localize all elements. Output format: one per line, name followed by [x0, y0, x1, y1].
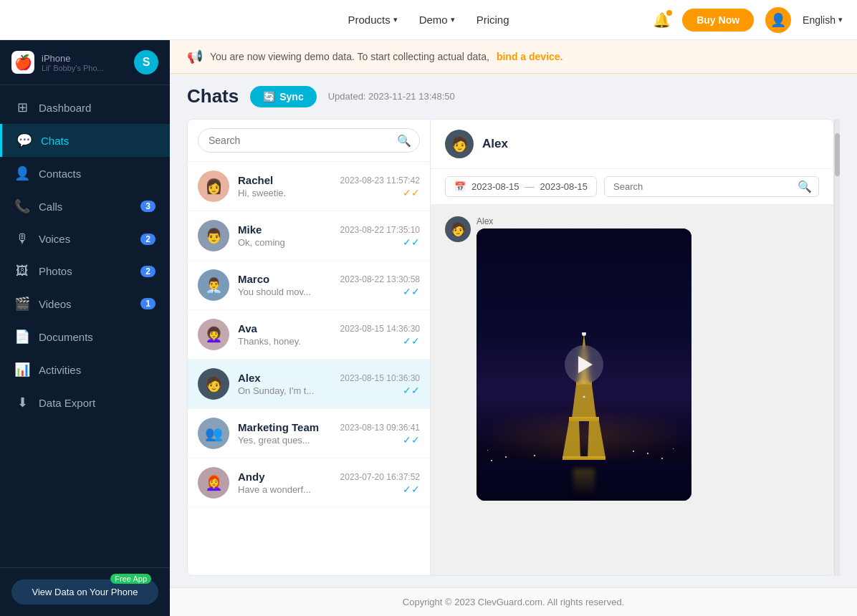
dashboard-icon: ⊞ — [14, 100, 30, 115]
date-separator: — — [525, 181, 535, 192]
right-scrollbar[interactable] — [834, 119, 840, 576]
sidebar-item-activities[interactable]: 📊 Activities — [0, 353, 170, 386]
city-light-6 — [633, 451, 634, 452]
chat-preview-alex: On Sunday, I'm t... — [238, 385, 314, 396]
chat-info-alex: Alex 2023-08-15 10:36:30 On Sunday, I'm … — [238, 372, 420, 396]
chat-info-mike: Mike 2023-08-22 17:35:10 Ok, coming ✓✓ — [238, 223, 420, 248]
language-selector[interactable]: English ▾ — [803, 14, 843, 26]
bind-device-link[interactable]: bind a device. — [497, 51, 563, 62]
videos-badge: 1 — [140, 298, 155, 309]
notification-icon[interactable]: 🔔 — [653, 11, 671, 29]
sidebar-item-label: Calls — [39, 201, 62, 213]
chevron-down-icon: ▾ — [451, 15, 455, 24]
city-light-4 — [647, 453, 648, 454]
filter-search-wrap: 🔍 — [604, 176, 819, 197]
status-icon-mike: ✓✓ — [403, 236, 420, 248]
buy-now-button[interactable]: Buy Now — [682, 9, 754, 32]
sidebar-item-documents[interactable]: 📄 Documents — [0, 320, 170, 353]
sidebar-item-photos[interactable]: 🖼 Photos 2 — [0, 255, 170, 287]
chat-detail-panel: 🧑 Alex 📅 2023-08-15 — 2023-08-15 — [431, 119, 834, 576]
video-bubble[interactable] — [477, 228, 691, 501]
sidebar-item-voices[interactable]: 🎙 Voices 2 — [0, 223, 170, 255]
status-icon-marketing: ✓✓ — [403, 434, 420, 446]
nav-demo[interactable]: Demo ▾ — [419, 14, 455, 26]
chat-avatar-andy: 👩‍🦰 — [198, 467, 229, 499]
user-avatar[interactable]: 👤 — [765, 7, 791, 33]
chat-info-marco: Marco 2023-08-22 13:30:58 You should mov… — [238, 273, 420, 297]
chat-avatar-mike: 👨 — [198, 220, 229, 251]
view-phone-button[interactable]: Free App View Data on Your Phone — [11, 579, 158, 605]
chat-list: 👩 Rachel 2023-08-23 11:57:42 Hi, sweetie… — [188, 162, 430, 575]
chat-time-ava: 2023-08-15 14:36:30 — [340, 324, 420, 334]
chat-item-rachel[interactable]: 👩 Rachel 2023-08-23 11:57:42 Hi, sweetie… — [188, 162, 430, 211]
chat-item-andy[interactable]: 👩‍🦰 Andy 2023-07-20 16:37:52 Have a wond… — [188, 458, 430, 508]
sidebar-item-data-export[interactable]: ⬇ Data Export — [0, 386, 170, 419]
nav-products[interactable]: Products ▾ — [348, 14, 397, 26]
nav-pricing[interactable]: Pricing — [477, 14, 509, 26]
date-filter[interactable]: 📅 2023-08-15 — 2023-08-15 — [445, 176, 597, 197]
notification-dot — [666, 10, 672, 16]
svg-marker-3 — [572, 385, 596, 418]
date-to: 2023-08-15 — [540, 181, 588, 192]
chat-name-alex: Alex — [238, 372, 261, 384]
play-button[interactable] — [565, 345, 603, 384]
speaker-icon: 📢 — [187, 49, 203, 64]
chat-messages: 🧑 Alex — [431, 205, 833, 575]
chat-detail-header: 🧑 Alex — [431, 120, 833, 169]
chat-name-mike: Mike — [238, 223, 262, 236]
chat-name-rachel: Rachel — [238, 174, 273, 186]
chat-time-mike: 2023-08-22 17:35:10 — [340, 225, 420, 235]
water-reflection-light — [573, 468, 595, 497]
chat-name-andy: Andy — [238, 471, 265, 483]
search-wrap: 🔍 — [198, 128, 420, 153]
voices-badge: 2 — [140, 234, 155, 245]
sidebar-item-label: Contacts — [39, 168, 81, 180]
sidebar-item-calls[interactable]: 📞 Calls 3 — [0, 190, 170, 223]
chat-search-bar: 🔍 — [188, 120, 430, 162]
sidebar-item-dashboard[interactable]: ⊞ Dashboard — [0, 91, 170, 124]
chat-name-marketing: Marketing Team — [238, 421, 319, 433]
chat-item-ava[interactable]: 👩‍🦱 Ava 2023-08-15 14:36:30 Thanks, hone… — [188, 310, 430, 360]
chat-avatar-marco: 👨‍💼 — [198, 269, 229, 301]
sidebar-nav: ⊞ Dashboard 💬 Chats 👤 Contacts 📞 Calls 3 — [0, 85, 170, 567]
chat-info-ava: Ava 2023-08-15 14:36:30 Thanks, honey. ✓… — [238, 322, 420, 347]
chat-name-marco: Marco — [238, 273, 269, 285]
photos-icon: 🖼 — [14, 264, 30, 279]
sidebar-item-label: Videos — [39, 298, 72, 310]
play-triangle-icon — [578, 356, 593, 373]
sidebar: 🍎 iPhone Lil' Bobby's Pho... S ⊞ Dashboa… — [0, 40, 170, 616]
contact-name: Alex — [482, 137, 508, 151]
city-light-7 — [487, 450, 488, 451]
svg-rect-7 — [562, 456, 605, 460]
page-header: Chats 🔄 Sync Updated: 2023-11-21 13:48:5… — [187, 85, 840, 107]
chat-item-mike[interactable]: 👨 Mike 2023-08-22 17:35:10 Ok, coming ✓✓ — [188, 211, 430, 261]
chat-item-alex[interactable]: 🧑 Alex 2023-08-15 10:36:30 On Sunday, I'… — [188, 360, 430, 409]
svg-point-8 — [582, 332, 586, 336]
voices-icon: 🎙 — [14, 231, 30, 246]
chat-avatar-alex: 🧑 — [198, 368, 229, 400]
footer: Copyright © 2023 ClevGuard.com. All righ… — [170, 587, 857, 616]
filter-search-input[interactable] — [604, 176, 819, 197]
chat-time-marco: 2023-08-22 13:30:58 — [340, 274, 420, 284]
chat-item-marco[interactable]: 👨‍💼 Marco 2023-08-22 13:30:58 You should… — [188, 261, 430, 310]
sidebar-item-videos[interactable]: 🎬 Videos 1 — [0, 287, 170, 320]
user-icon: 👤 — [770, 12, 786, 28]
video-thumbnail — [477, 228, 691, 501]
chat-time-rachel: 2023-08-23 11:57:42 — [340, 175, 420, 186]
chat-item-marketing[interactable]: 👥 Marketing Team 2023-08-13 09:36:41 Yes… — [188, 409, 430, 458]
sidebar-item-contacts[interactable]: 👤 Contacts — [0, 157, 170, 190]
sync-button[interactable]: 🔄 Sync — [250, 86, 316, 107]
clevguard-logo: S — [134, 50, 158, 74]
chat-search-input[interactable] — [198, 128, 420, 153]
sidebar-item-chats[interactable]: 💬 Chats — [0, 124, 170, 157]
city-light-2 — [505, 456, 507, 458]
sidebar-item-label: Photos — [39, 265, 72, 277]
chat-preview-rachel: Hi, sweetie. — [238, 188, 286, 198]
city-light-1 — [491, 460, 492, 461]
sidebar-item-label: Documents — [39, 331, 93, 343]
message-bubble: Alex — [477, 216, 691, 501]
chat-preview-marco: You should mov... — [238, 287, 311, 297]
videos-icon: 🎬 — [14, 296, 30, 312]
activities-icon: 📊 — [14, 362, 30, 377]
chat-filter-bar: 📅 2023-08-15 — 2023-08-15 🔍 — [431, 169, 833, 205]
